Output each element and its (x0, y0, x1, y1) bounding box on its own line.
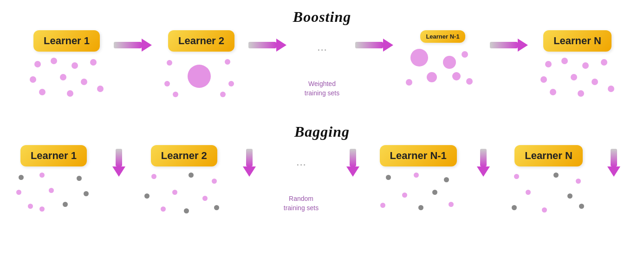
boosting-learner-row: Learner 1 (0, 30, 644, 102)
bagging-v-arrow-3 (346, 149, 359, 177)
bagging-arrow-4 (462, 145, 504, 177)
v-arrow-bar-1 (116, 149, 122, 166)
boosting-learner-2-badge: Learner 2 (168, 30, 234, 52)
bagging-v-arrow-1 (112, 149, 125, 177)
bagging-learner-1: Learner 1 (9, 145, 98, 217)
boosting-learner-2-dots (160, 55, 243, 102)
bagging-title: Bagging (0, 123, 644, 140)
bagging-learner-row: Learner 1 (0, 145, 644, 217)
boosting-arrow-1 (113, 30, 155, 52)
boosting-section: Boosting Learner 1 (0, 0, 644, 102)
boosting-arrow-2 (248, 30, 290, 52)
boosting-h-arrow-1 (114, 39, 155, 52)
v-arrow-head-2 (243, 166, 256, 177)
bagging-learner-2-dots (142, 170, 226, 217)
arrow-head-2 (276, 39, 286, 52)
bagging-arrow-2 (228, 145, 270, 177)
v-arrow-bar-4 (480, 149, 487, 166)
bagging-v-arrow-4 (477, 149, 490, 177)
v-arrow-head-4 (477, 166, 490, 177)
v-arrow-bar-5 (611, 149, 617, 166)
boosting-title: Boosting (0, 8, 644, 26)
boosting-training-label: Weightedtraining sets (305, 80, 339, 98)
bagging-arrow-3 (332, 145, 374, 177)
boosting-h-arrow-4 (490, 39, 531, 52)
bagging-ellipsis: ... Randomtraining sets (270, 145, 332, 213)
arrow-bar-3 (355, 42, 383, 48)
bagging-learner-2: Learner 2 (140, 145, 228, 217)
bagging-learner-n1: Learner N-1 (374, 145, 462, 217)
boosting-learner-n1-badge: Learner N-1 (420, 30, 465, 43)
bagging-learner-2-badge: Learner 2 (151, 145, 217, 166)
boosting-arrow-3 (355, 30, 397, 52)
bagging-v-arrow-5 (607, 149, 620, 177)
section-divider (0, 102, 644, 115)
arrow-head-3 (383, 39, 393, 52)
boosting-ellipsis-text: ... (317, 40, 327, 54)
boosting-h-arrow-2 (248, 39, 289, 52)
boosting-learner-n-dots (536, 55, 619, 102)
v-arrow-bar-2 (246, 149, 253, 166)
v-arrow-head-1 (112, 166, 125, 177)
arrow-bar-4 (490, 42, 518, 48)
bagging-ellipsis-text: ... (296, 154, 306, 169)
arrow-head (142, 39, 152, 52)
main-container: Boosting Learner 1 (0, 0, 644, 279)
boosting-learner-1-badge: Learner 1 (33, 30, 100, 52)
bagging-training-label: Randomtraining sets (284, 194, 319, 213)
bagging-learner-n1-badge: Learner N-1 (380, 145, 457, 166)
bagging-learner-n-dots (507, 170, 591, 217)
arrow-bar-2 (248, 42, 276, 48)
boosting-learner-1-dots (25, 55, 109, 102)
bagging-learner-1-badge: Learner 1 (20, 145, 87, 166)
bagging-arrow-1 (98, 145, 140, 177)
bagging-v-arrow-2 (243, 149, 256, 177)
boosting-ellipsis: ... Weightedtraining sets (290, 30, 355, 98)
bagging-learner-1-dots (12, 170, 95, 217)
v-arrow-head-3 (346, 166, 359, 177)
boosting-arrow-4 (489, 30, 531, 52)
bagging-learner-n: Learner N (504, 145, 593, 217)
bagging-arrow-5 (593, 145, 635, 177)
boosting-learner-n1: Learner N-1 (397, 30, 489, 93)
arrow-bar (114, 42, 142, 48)
arrow-head-4 (518, 39, 528, 52)
boosting-learner-1: Learner 1 (20, 30, 113, 102)
v-arrow-head-5 (607, 166, 620, 177)
bagging-section: Bagging Learner 1 (0, 115, 644, 217)
boosting-learner-n-badge: Learner N (543, 30, 611, 52)
boosting-learner-n: Learner N (531, 30, 624, 102)
boosting-h-arrow-3 (355, 39, 396, 52)
bagging-learner-n-badge: Learner N (514, 145, 583, 166)
v-arrow-bar-3 (350, 149, 356, 166)
boosting-learner-2: Learner 2 (155, 30, 248, 102)
boosting-learner-n1-dots (401, 46, 485, 93)
bagging-learner-n1-dots (377, 170, 460, 217)
